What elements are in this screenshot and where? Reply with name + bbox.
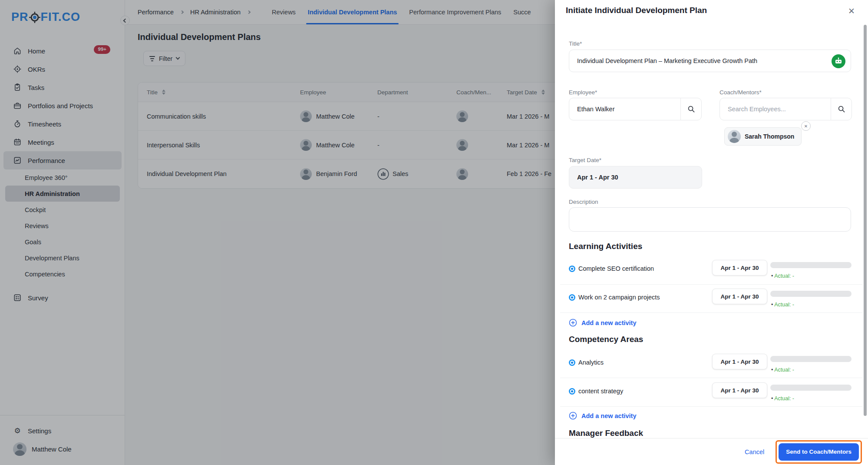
target-date-picker[interactable]: Apr 1 - Apr 30 — [569, 166, 702, 189]
search-button[interactable] — [831, 98, 851, 120]
activity-progress-bar — [770, 262, 851, 268]
activity-actual-value: Actual: - — [771, 302, 794, 308]
coach-chip-sarah-thompson[interactable]: Sarah Thompson — [724, 127, 802, 146]
competency-row: Analytics Apr 1 - Apr 30 Actual: - — [560, 353, 863, 378]
employee-field-label: Employee* — [569, 89, 597, 96]
title-field-label: Title* — [569, 40, 582, 47]
send-to-coach-mentors-button[interactable]: Send to Coach/Mentors — [779, 443, 859, 461]
learning-activity-row: Work on 2 campaign projects Apr 1 - Apr … — [560, 288, 863, 313]
initiate-idp-drawer: Initiate Individual Development Plan Tit… — [555, 0, 868, 465]
modal-backdrop[interactable] — [0, 0, 555, 465]
activity-name: Complete SEO certification — [578, 263, 654, 274]
coach-chip-name: Sarah Thompson — [745, 133, 794, 140]
activity-date-chip[interactable]: Apr 1 - Apr 30 — [712, 289, 767, 304]
remove-coach-icon[interactable] — [801, 121, 811, 131]
learning-activities-heading: Learning Activities — [569, 242, 642, 251]
objective-bullet-icon — [569, 294, 575, 301]
action-highlight-box: Send to Coach/Mentors — [776, 440, 862, 464]
objective-bullet-icon — [569, 359, 575, 366]
employee-search-input[interactable]: Ethan Walker — [569, 98, 702, 120]
search-icon — [838, 105, 845, 113]
activity-name: Analytics — [578, 357, 604, 368]
activity-actual-value: Actual: - — [771, 273, 794, 279]
competency-row: content strategy Apr 1 - Apr 30 Actual: … — [560, 382, 863, 407]
cancel-button[interactable]: Cancel — [745, 448, 764, 455]
add-activity-label: Add a new activity — [581, 319, 637, 326]
close-icon[interactable] — [845, 4, 858, 17]
description-textarea[interactable] — [569, 207, 851, 232]
activity-progress-bar — [770, 291, 851, 297]
add-activity-label: Add a new activity — [581, 412, 637, 419]
activity-actual-value: Actual: - — [771, 395, 794, 402]
plus-circle-icon — [569, 412, 577, 420]
activity-name: content strategy — [578, 386, 623, 396]
competency-areas-heading: Competency Areas — [569, 335, 643, 344]
avatar — [728, 130, 741, 143]
coach-input-placeholder: Search Employees... — [720, 106, 831, 113]
title-input-value: Individual Development Plan – Marketing … — [569, 57, 851, 64]
manager-feedback-heading: Manager Feedback — [569, 428, 643, 438]
add-competency-link[interactable]: Add a new activity — [569, 412, 637, 420]
description-label: Description — [569, 199, 598, 205]
activity-progress-bar — [770, 385, 851, 391]
drawer-scrollbar[interactable] — [864, 25, 867, 416]
activity-date-chip[interactable]: Apr 1 - Apr 30 — [712, 354, 767, 369]
coach-search-input[interactable]: Search Employees... — [719, 98, 852, 120]
activity-name: Work on 2 campaign projects — [578, 292, 660, 302]
title-input[interactable]: Individual Development Plan – Marketing … — [569, 50, 851, 72]
plus-circle-icon — [569, 319, 577, 327]
coach-field-label: Coach/Mentors* — [719, 89, 762, 96]
target-date-value: Apr 1 - Apr 30 — [569, 174, 702, 181]
target-date-label: Target Date* — [569, 157, 601, 163]
employee-input-value: Ethan Walker — [569, 106, 680, 113]
learning-activity-row: Complete SEO certification Apr 1 - Apr 3… — [560, 259, 863, 285]
search-button[interactable] — [680, 98, 701, 120]
search-icon — [687, 105, 695, 113]
activity-actual-value: Actual: - — [771, 367, 794, 373]
ai-assistant-icon[interactable] — [832, 54, 845, 68]
app-root: PR FIT.CO Home 99+ — [0, 0, 868, 465]
objective-bullet-icon — [569, 266, 575, 272]
objective-bullet-icon — [569, 388, 575, 395]
activity-date-chip[interactable]: Apr 1 - Apr 30 — [712, 260, 767, 276]
drawer-footer: Cancel Send to Coach/Mentors — [555, 438, 868, 465]
drawer-title: Initiate Individual Development Plan — [566, 6, 707, 15]
activity-date-chip[interactable]: Apr 1 - Apr 30 — [712, 382, 767, 398]
add-learning-activity-link[interactable]: Add a new activity — [569, 319, 637, 327]
activity-progress-bar — [770, 356, 851, 362]
